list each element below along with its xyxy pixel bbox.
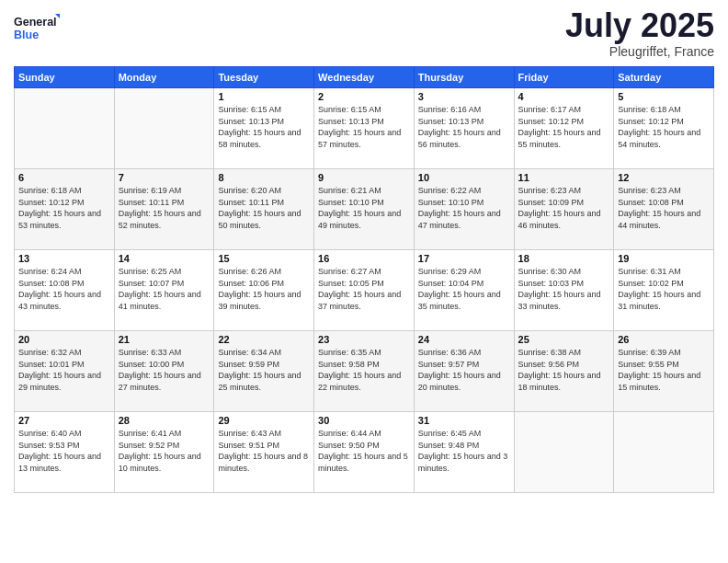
day-number: 31 (418, 415, 510, 426)
day-detail: Sunrise: 6:32 AMSunset: 10:01 PMDaylight… (18, 347, 110, 393)
day-detail: Sunrise: 6:39 AMSunset: 9:55 PMDaylight:… (618, 347, 710, 393)
day-number: 7 (119, 172, 210, 183)
day-number: 10 (418, 172, 510, 183)
day-cell (15, 88, 115, 169)
day-number: 18 (518, 253, 610, 264)
day-detail: Sunrise: 6:19 AMSunset: 10:11 PMDaylight… (119, 185, 210, 231)
col-saturday: Saturday (614, 67, 714, 88)
day-detail: Sunrise: 6:43 AMSunset: 9:51 PMDaylight:… (218, 428, 310, 474)
day-number: 23 (318, 334, 410, 345)
day-number: 3 (418, 91, 510, 102)
day-number: 13 (18, 253, 110, 264)
col-monday: Monday (114, 67, 214, 88)
svg-text:General: General (14, 16, 57, 29)
day-detail: Sunrise: 6:27 AMSunset: 10:05 PMDaylight… (318, 266, 410, 312)
day-cell: 16 Sunrise: 6:27 AMSunset: 10:05 PMDayli… (314, 250, 415, 331)
day-cell: 24 Sunrise: 6:36 AMSunset: 9:57 PMDaylig… (414, 331, 514, 412)
day-detail: Sunrise: 6:35 AMSunset: 9:58 PMDaylight:… (318, 347, 410, 393)
day-detail: Sunrise: 6:25 AMSunset: 10:07 PMDaylight… (119, 266, 210, 312)
day-detail: Sunrise: 6:23 AMSunset: 10:09 PMDaylight… (518, 185, 610, 231)
day-cell: 20 Sunrise: 6:32 AMSunset: 10:01 PMDayli… (15, 331, 115, 412)
week-row-2: 6 Sunrise: 6:18 AMSunset: 10:12 PMDaylig… (15, 169, 714, 250)
day-cell: 18 Sunrise: 6:30 AMSunset: 10:03 PMDayli… (514, 250, 614, 331)
day-detail: Sunrise: 6:38 AMSunset: 9:56 PMDaylight:… (518, 347, 610, 393)
day-cell: 8 Sunrise: 6:20 AMSunset: 10:11 PMDaylig… (214, 169, 314, 250)
day-number: 6 (18, 172, 110, 183)
day-detail: Sunrise: 6:34 AMSunset: 9:59 PMDaylight:… (218, 347, 310, 393)
month-title: July 2025 (565, 9, 714, 42)
day-number: 17 (418, 253, 510, 264)
day-cell: 1 Sunrise: 6:15 AMSunset: 10:13 PMDaylig… (214, 88, 314, 169)
day-number: 22 (218, 334, 310, 345)
day-cell: 14 Sunrise: 6:25 AMSunset: 10:07 PMDayli… (114, 250, 214, 331)
day-number: 2 (318, 91, 410, 102)
day-detail: Sunrise: 6:21 AMSunset: 10:10 PMDaylight… (318, 185, 410, 231)
day-cell: 12 Sunrise: 6:23 AMSunset: 10:08 PMDayli… (614, 169, 714, 250)
day-number: 12 (618, 172, 710, 183)
day-cell: 4 Sunrise: 6:17 AMSunset: 10:12 PMDaylig… (514, 88, 614, 169)
day-number: 14 (119, 253, 210, 264)
day-detail: Sunrise: 6:33 AMSunset: 10:00 PMDaylight… (119, 347, 210, 393)
day-cell: 29 Sunrise: 6:43 AMSunset: 9:51 PMDaylig… (214, 412, 314, 493)
day-cell: 15 Sunrise: 6:26 AMSunset: 10:06 PMDayli… (214, 250, 314, 331)
day-number: 25 (518, 334, 610, 345)
day-cell: 28 Sunrise: 6:41 AMSunset: 9:52 PMDaylig… (114, 412, 214, 493)
day-cell: 10 Sunrise: 6:22 AMSunset: 10:10 PMDayli… (414, 169, 514, 250)
day-detail: Sunrise: 6:23 AMSunset: 10:08 PMDaylight… (618, 185, 710, 231)
day-detail: Sunrise: 6:22 AMSunset: 10:10 PMDaylight… (418, 185, 510, 231)
header: General Blue July 2025 Pleugriffet, Fran… (14, 9, 714, 59)
day-cell: 6 Sunrise: 6:18 AMSunset: 10:12 PMDaylig… (15, 169, 115, 250)
day-number: 9 (318, 172, 410, 183)
day-number: 15 (218, 253, 310, 264)
col-tuesday: Tuesday (214, 67, 314, 88)
day-cell: 7 Sunrise: 6:19 AMSunset: 10:11 PMDaylig… (114, 169, 214, 250)
day-cell: 26 Sunrise: 6:39 AMSunset: 9:55 PMDaylig… (614, 331, 714, 412)
day-detail: Sunrise: 6:45 AMSunset: 9:48 PMDaylight:… (418, 428, 510, 474)
week-row-5: 27 Sunrise: 6:40 AMSunset: 9:53 PMDaylig… (15, 412, 714, 493)
day-cell: 17 Sunrise: 6:29 AMSunset: 10:04 PMDayli… (414, 250, 514, 331)
logo-svg: General Blue (14, 9, 60, 46)
day-detail: Sunrise: 6:41 AMSunset: 9:52 PMDaylight:… (119, 428, 210, 474)
week-row-3: 13 Sunrise: 6:24 AMSunset: 10:08 PMDayli… (15, 250, 714, 331)
week-row-1: 1 Sunrise: 6:15 AMSunset: 10:13 PMDaylig… (15, 88, 714, 169)
day-cell: 2 Sunrise: 6:15 AMSunset: 10:13 PMDaylig… (314, 88, 415, 169)
day-cell: 31 Sunrise: 6:45 AMSunset: 9:48 PMDaylig… (414, 412, 514, 493)
col-friday: Friday (514, 67, 614, 88)
col-wednesday: Wednesday (314, 67, 415, 88)
day-number: 26 (618, 334, 710, 345)
week-row-4: 20 Sunrise: 6:32 AMSunset: 10:01 PMDayli… (15, 331, 714, 412)
day-cell: 27 Sunrise: 6:40 AMSunset: 9:53 PMDaylig… (15, 412, 115, 493)
day-number: 4 (518, 91, 610, 102)
day-cell: 25 Sunrise: 6:38 AMSunset: 9:56 PMDaylig… (514, 331, 614, 412)
day-number: 27 (18, 415, 110, 426)
day-detail: Sunrise: 6:15 AMSunset: 10:13 PMDaylight… (218, 104, 310, 150)
day-cell: 19 Sunrise: 6:31 AMSunset: 10:02 PMDayli… (614, 250, 714, 331)
day-number: 28 (119, 415, 210, 426)
day-detail: Sunrise: 6:29 AMSunset: 10:04 PMDaylight… (418, 266, 510, 312)
page: General Blue July 2025 Pleugriffet, Fran… (0, 0, 728, 563)
svg-text:Blue: Blue (14, 29, 39, 41)
day-detail: Sunrise: 6:20 AMSunset: 10:11 PMDaylight… (218, 185, 310, 231)
day-cell (614, 412, 714, 493)
day-detail: Sunrise: 6:18 AMSunset: 10:12 PMDaylight… (18, 185, 110, 231)
day-cell: 23 Sunrise: 6:35 AMSunset: 9:58 PMDaylig… (314, 331, 415, 412)
day-number: 8 (218, 172, 310, 183)
day-cell: 13 Sunrise: 6:24 AMSunset: 10:08 PMDayli… (15, 250, 115, 331)
day-cell: 3 Sunrise: 6:16 AMSunset: 10:13 PMDaylig… (414, 88, 514, 169)
day-detail: Sunrise: 6:40 AMSunset: 9:53 PMDaylight:… (18, 428, 110, 474)
day-cell (114, 88, 214, 169)
day-detail: Sunrise: 6:30 AMSunset: 10:03 PMDaylight… (518, 266, 610, 312)
day-number: 24 (418, 334, 510, 345)
day-detail: Sunrise: 6:44 AMSunset: 9:50 PMDaylight:… (318, 428, 410, 474)
day-number: 1 (218, 91, 310, 102)
day-cell: 21 Sunrise: 6:33 AMSunset: 10:00 PMDayli… (114, 331, 214, 412)
day-cell: 11 Sunrise: 6:23 AMSunset: 10:09 PMDayli… (514, 169, 614, 250)
day-number: 11 (518, 172, 610, 183)
day-number: 29 (218, 415, 310, 426)
day-cell: 5 Sunrise: 6:18 AMSunset: 10:12 PMDaylig… (614, 88, 714, 169)
day-cell (514, 412, 614, 493)
day-number: 5 (618, 91, 710, 102)
col-sunday: Sunday (15, 67, 115, 88)
day-detail: Sunrise: 6:15 AMSunset: 10:13 PMDaylight… (318, 104, 410, 150)
day-number: 19 (618, 253, 710, 264)
